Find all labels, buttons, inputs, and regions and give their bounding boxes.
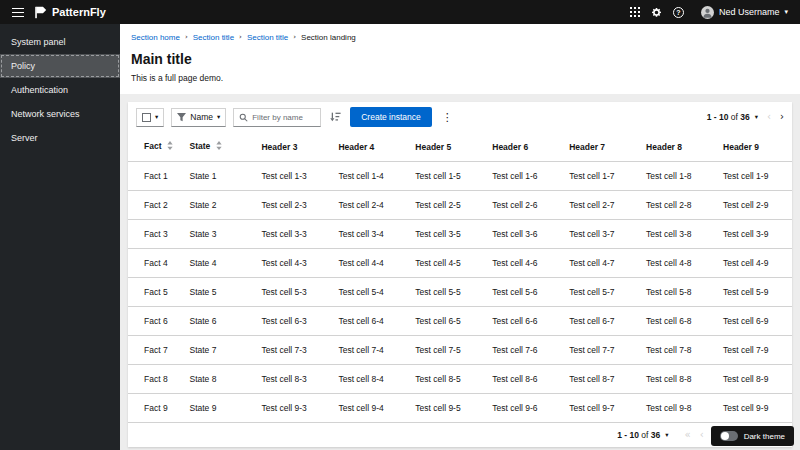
table-cell: Test cell 3-5 [407, 220, 484, 249]
table-cell: Test cell 1-7 [561, 162, 638, 191]
table-cell: Test cell 4-8 [638, 249, 715, 278]
table-header-row: FactStateHeader 3Header 4Header 5Header … [128, 132, 792, 162]
table-row: Fact 8State 8Test cell 8-3Test cell 8-4T… [128, 365, 792, 394]
toggle-knob [721, 432, 729, 440]
table-cell: Test cell 8-5 [407, 365, 484, 394]
table-cell: Test cell 5-6 [484, 278, 561, 307]
column-header-fact[interactable]: Fact [128, 132, 181, 162]
pagination-range: 1 - 10 [617, 430, 639, 440]
table-cell: Fact 5 [128, 278, 181, 307]
table-row: Fact 5State 5Test cell 5-3Test cell 5-4T… [128, 278, 792, 307]
table-cell: Test cell 8-3 [253, 365, 330, 394]
first-page-button[interactable]: « [685, 430, 691, 440]
table-cell: Test cell 5-5 [407, 278, 484, 307]
breadcrumb-separator-icon: › [293, 34, 296, 41]
page-subtitle: This is a full page demo. [131, 73, 789, 83]
chevron-down-icon: ▾ [217, 114, 220, 121]
data-table: FactStateHeader 3Header 4Header 5Header … [128, 132, 792, 423]
masthead-toolbar: ? Ned Username ▾ [630, 6, 788, 19]
apps-grid-icon[interactable] [630, 7, 640, 17]
chevron-down-icon: ▾ [755, 114, 758, 121]
next-page-button[interactable]: › [780, 112, 784, 122]
create-instance-button[interactable]: Create instance [350, 107, 432, 127]
sort-button[interactable] [328, 112, 343, 122]
breadcrumb-item[interactable]: Section title [247, 33, 288, 42]
table-cell: Test cell 2-3 [253, 191, 330, 220]
chevron-down-icon: ▾ [784, 9, 788, 16]
breadcrumb-separator-icon: › [239, 34, 242, 41]
sidebar-item-policy[interactable]: Policy [0, 54, 120, 78]
sidebar-item-server[interactable]: Server [0, 126, 120, 150]
dark-theme-label: Dark theme [744, 432, 785, 441]
user-name: Ned Username [719, 7, 780, 17]
sidebar-item-system-panel[interactable]: System panel [0, 30, 120, 54]
sidebar-item-network-services[interactable]: Network services [0, 102, 120, 126]
sort-arrows-icon[interactable] [216, 141, 222, 152]
table-cell: Test cell 5-8 [638, 278, 715, 307]
search-icon [239, 113, 248, 122]
masthead: PatternFly ? Ned Username ▾ [0, 0, 800, 24]
breadcrumb-item[interactable]: Section title [193, 33, 234, 42]
table-cell: State 9 [181, 394, 253, 423]
table-cell: Fact 7 [128, 336, 181, 365]
column-header-label: Header 3 [261, 142, 297, 152]
table-cell: State 3 [181, 220, 253, 249]
column-header-header-8: Header 8 [638, 132, 715, 162]
help-icon[interactable]: ? [673, 7, 684, 18]
table-row: Fact 4State 4Test cell 4-3Test cell 4-4T… [128, 249, 792, 278]
table-row: Fact 9State 9Test cell 9-3Test cell 9-4T… [128, 394, 792, 423]
settings-gear-icon[interactable] [651, 7, 662, 18]
pagination-summary: 1 - 10 of 36 [707, 112, 750, 122]
filter-type-dropdown[interactable]: Name ▾ [171, 108, 226, 127]
table-cell: Test cell 8-4 [330, 365, 407, 394]
table-cell: Test cell 9-6 [484, 394, 561, 423]
sidebar-nav: System panelPolicyAuthenticationNetwork … [0, 24, 120, 450]
pagination-total: 36 [740, 112, 749, 122]
breadcrumb-item[interactable]: Section home [131, 33, 180, 42]
kebab-menu-icon[interactable]: ⋮ [439, 112, 456, 123]
table-cell: Test cell 4-3 [253, 249, 330, 278]
pagination-menu-toggle[interactable]: 1 - 10 of 36 ▾ [707, 112, 758, 122]
table-row: Fact 1State 1Test cell 1-3Test cell 1-4T… [128, 162, 792, 191]
toggle-switch[interactable] [720, 431, 738, 441]
table-cell: Test cell 4-4 [330, 249, 407, 278]
pagination-total: 36 [651, 430, 660, 440]
bulk-select-dropdown[interactable]: ▾ [136, 108, 164, 127]
pagination-summary: 1 - 10 of 36 [617, 430, 660, 440]
table-cell: Test cell 3-9 [715, 220, 792, 249]
table-cell: State 6 [181, 307, 253, 336]
main-content: Section home›Section title›Section title… [120, 24, 800, 450]
table-cell: Test cell 9-3 [253, 394, 330, 423]
user-menu[interactable]: Ned Username ▾ [701, 6, 788, 19]
prev-page-button[interactable]: ‹ [767, 112, 771, 122]
toolbar: ▾ Name ▾ Create i [128, 102, 792, 132]
pagination-menu-toggle[interactable]: 1 - 10 of 36 ▾ [617, 430, 668, 440]
table-row: Fact 3State 3Test cell 3-3Test cell 3-4T… [128, 220, 792, 249]
breadcrumb-separator-icon: › [185, 34, 188, 41]
brand-name: PatternFly [52, 6, 106, 18]
table-body: Fact 1State 1Test cell 1-3Test cell 1-4T… [128, 162, 792, 423]
table-cell: Test cell 2-4 [330, 191, 407, 220]
table-cell: Test cell 4-9 [715, 249, 792, 278]
search-input[interactable] [252, 113, 318, 122]
prev-page-button[interactable]: ‹ [700, 430, 704, 440]
dark-theme-toggle[interactable]: Dark theme [711, 426, 794, 446]
column-header-label: Header 4 [338, 142, 374, 152]
table-cell: Fact 6 [128, 307, 181, 336]
table-cell: Test cell 8-8 [638, 365, 715, 394]
table-cell: Test cell 1-3 [253, 162, 330, 191]
table-cell: Test cell 6-4 [330, 307, 407, 336]
table-cell: Test cell 2-7 [561, 191, 638, 220]
bulk-select-checkbox[interactable] [142, 113, 151, 122]
table-cell: Test cell 6-7 [561, 307, 638, 336]
nav-toggle-hamburger-icon[interactable] [12, 8, 24, 17]
sidebar-item-authentication[interactable]: Authentication [0, 78, 120, 102]
column-header-state[interactable]: State [181, 132, 253, 162]
table-cell: Test cell 2-8 [638, 191, 715, 220]
table-cell: Fact 9 [128, 394, 181, 423]
column-header-label: State [189, 141, 210, 151]
sort-arrows-icon[interactable] [167, 141, 173, 152]
table-row: Fact 6State 6Test cell 6-3Test cell 6-4T… [128, 307, 792, 336]
table-cell: Test cell 6-9 [715, 307, 792, 336]
pagination-of-word: of [731, 112, 738, 122]
